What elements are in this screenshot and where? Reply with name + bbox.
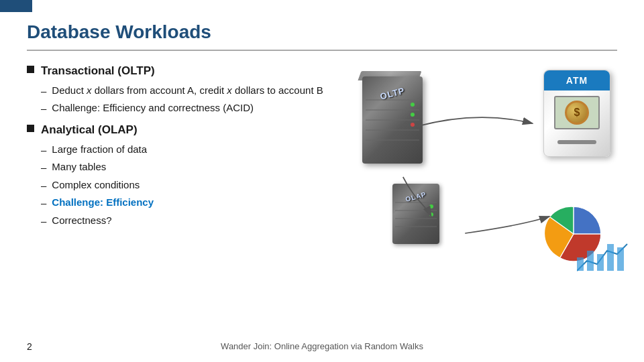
olap-sub-1: – Large fraction of data [41,142,329,158]
atm-banner: ATM [544,70,610,90]
bullet-square-icon [27,66,34,73]
olap-sub-3: – Complex conditions [41,178,329,194]
footer-title: Wander Join: Online Aggregation via Rand… [221,341,423,351]
bullet-oltp: Transactional (OLTP) [27,63,329,79]
slide-title: Database Workloads [27,21,617,43]
svg-rect-20 [587,251,594,271]
bullet-olap: Analytical (OLAP) [27,122,329,138]
atm-machine: ATM $ [537,70,617,170]
footer: 2 Wander Join: Online Aggregation via Ra… [0,341,644,351]
olap-sub-bullets: – Large fraction of data – Many tables –… [41,142,329,229]
server-body: OLTP [362,76,423,164]
svg-rect-22 [607,244,614,271]
bullet-olap-label: Analytical (OLAP) [41,122,138,138]
page-number: 2 [27,341,32,352]
oltp-server: OLTP [356,76,429,177]
olap-sub-5: – Correctness? [41,213,329,229]
svg-rect-19 [577,257,584,271]
bullet-oltp-label: Transactional (OLTP) [41,63,155,79]
olap-body: OLAP [392,184,439,244]
svg-point-12 [429,204,433,208]
olap-server-lines-icon [392,184,439,244]
content-area: Transactional (OLTP) – Deduct x dollars … [27,63,617,291]
olap-server: OLAP [389,184,443,251]
svg-point-5 [411,103,415,107]
olap-sub-2: – Many tables [41,160,329,176]
slide: Database Workloads Transactional (OLTP) … [0,0,644,362]
oltp-sub-2: – Challenge: Efficiency and correctness … [41,101,329,117]
pie-chart [537,197,610,271]
text-section: Transactional (OLTP) – Deduct x dollars … [27,63,335,291]
svg-point-6 [411,113,415,117]
atm-slot [557,140,596,144]
diagram-section: OLTP [335,63,617,291]
svg-point-13 [429,213,433,217]
bullet-square-icon-2 [27,125,34,132]
atm-screen: $ [554,96,600,129]
olap-sub-4: – Challenge: Efficiency [41,195,329,211]
atm-body: ATM $ [543,70,610,157]
oltp-sub-1: – Deduct x dollars from account A, credi… [41,83,329,99]
atm-label: ATM [566,75,588,86]
divider [27,50,617,51]
svg-rect-21 [597,254,604,271]
line-chart-icon [577,237,631,278]
svg-rect-23 [617,247,624,271]
accent-bar [0,0,32,12]
oltp-sub-bullets: – Deduct x dollars from account A, credi… [41,83,329,117]
atm-coin: $ [565,101,589,125]
svg-point-7 [411,123,415,127]
server-lines-icon [362,76,423,164]
